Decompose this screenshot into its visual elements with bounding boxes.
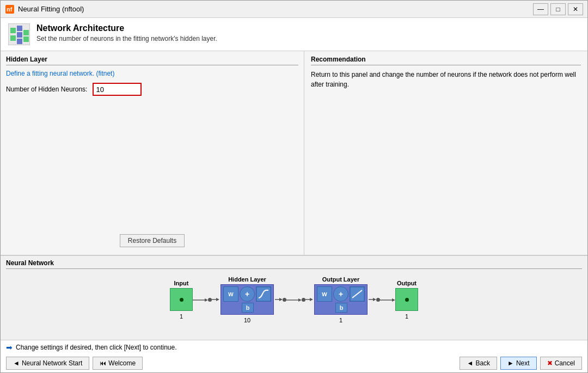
hidden-layer-title: Hidden Layer: [6, 56, 298, 65]
svg-rect-14: [256, 287, 271, 301]
cancel-button[interactable]: ✖ Cancel: [540, 357, 582, 370]
hint-text: Change settings if desired, then click […: [16, 344, 177, 351]
title-bar: nf Neural Fitting (nftool) — □ ✕: [1, 1, 587, 18]
svg-rect-4: [10, 35, 16, 41]
hidden-sum-block: +: [240, 286, 255, 302]
svg-rect-6: [17, 32, 22, 38]
fitnet-label: (fitnet): [96, 70, 114, 77]
arrow-2: [212, 296, 219, 303]
minimize-button[interactable]: —: [533, 3, 548, 15]
hidden-layer-label: Hidden Layer: [228, 276, 266, 283]
output-layer-group: Output Layer w +: [305, 276, 376, 323]
arrow-7: [380, 297, 395, 303]
hidden-b-block: b: [242, 303, 254, 313]
input-block: [170, 288, 193, 311]
nav-row: ◄ Neural Network Start ⏮ Welcome ◄ Back …: [6, 357, 582, 370]
hidden-layer-group: Hidden Layer w: [212, 276, 283, 323]
maximize-button[interactable]: □: [550, 3, 566, 15]
output-block: [395, 288, 418, 311]
welcome-button[interactable]: ⏮ Welcome: [93, 357, 143, 370]
svg-rect-8: [23, 30, 29, 35]
header: Network Architecture Set the number of n…: [1, 18, 587, 51]
hint-arrow-icon: ➡: [6, 343, 13, 352]
nav-left: ◄ Neural Network Start ⏮ Welcome: [6, 357, 143, 370]
recommendation-text: Return to this panel and change the numb…: [311, 70, 581, 89]
network-architecture-icon: [8, 23, 30, 45]
output-group: Output 1: [395, 280, 418, 320]
nn-start-icon: ◄: [13, 359, 20, 367]
arrow-1: [193, 297, 208, 303]
neuron-label: Number of Hidden Neurons:: [6, 85, 87, 93]
define-text: Define a fitting neural network. (fitnet…: [6, 70, 298, 77]
output-b-block: b: [335, 303, 347, 313]
svg-rect-5: [17, 26, 22, 31]
arrow-6: [369, 296, 376, 303]
svg-rect-3: [10, 28, 16, 33]
svg-marker-20: [310, 298, 313, 301]
output-layer-number: 1: [339, 317, 342, 323]
hidden-transfer-block: [256, 286, 271, 302]
arrow-3: [275, 296, 283, 303]
output-layer-box: w + b: [314, 284, 367, 315]
nn-section-title: Neural Network: [6, 259, 582, 269]
arrow-4: [286, 297, 302, 303]
main-window: nf Neural Fitting (nftool) — □ ✕ Network…: [0, 0, 588, 373]
welcome-icon: ⏮: [100, 359, 106, 367]
svg-rect-7: [17, 39, 22, 44]
cancel-icon: ✖: [547, 359, 553, 367]
page-title: Network Architecture: [36, 23, 217, 33]
back-icon: ◄: [467, 359, 473, 367]
connector-dot-4: [376, 298, 380, 302]
output-transfer-block: [350, 286, 365, 302]
connector-dot-3: [302, 298, 305, 302]
back-button[interactable]: ◄ Back: [460, 357, 497, 370]
arrow-5: [305, 296, 313, 303]
connector-dot-1: [208, 298, 212, 302]
hidden-layer-box: w +: [220, 284, 274, 315]
page-subtitle: Set the number of neurons in the fitting…: [36, 35, 217, 42]
linear-icon: [350, 287, 364, 301]
input-dot: [180, 298, 183, 302]
input-group: Input 1: [170, 280, 193, 320]
app-icon: nf: [5, 4, 15, 14]
neuron-row: Number of Hidden Neurons:: [6, 83, 298, 96]
output-w-block: w: [317, 286, 332, 302]
input-label: Input: [174, 280, 189, 286]
output-layer-label: Output Layer: [322, 276, 359, 283]
output-dot: [405, 298, 409, 302]
svg-rect-9: [23, 36, 29, 42]
window-controls: — □ ✕: [533, 3, 583, 15]
close-button[interactable]: ✕: [568, 3, 583, 15]
output-label: Output: [397, 280, 416, 286]
neural-network-section: Neural Network Input 1 Hidden Lay: [1, 255, 587, 340]
neuron-count-input[interactable]: [93, 83, 142, 96]
main-content: Hidden Layer Define a fitting neural net…: [1, 51, 587, 255]
right-panel: Recommendation Return to this panel and …: [304, 51, 587, 255]
neural-network-start-button[interactable]: ◄ Neural Network Start: [6, 357, 89, 370]
input-number: 1: [180, 313, 183, 320]
hint-row: ➡ Change settings if desired, then click…: [6, 343, 582, 352]
next-button[interactable]: ► Next: [500, 357, 537, 370]
bottom-bar: ➡ Change settings if desired, then click…: [1, 340, 587, 372]
sigmoid-icon: [256, 287, 271, 301]
hidden-layer-number: 10: [244, 317, 250, 323]
recommendation-title: Recommendation: [311, 56, 581, 65]
connector-dot-2: [283, 298, 286, 302]
svg-marker-13: [216, 298, 219, 301]
output-sum-block: +: [333, 286, 348, 302]
svg-text:nf: nf: [7, 6, 13, 13]
next-icon: ►: [507, 359, 514, 367]
nn-diagram: Input 1 Hidden Layer: [6, 273, 582, 326]
left-panel: Hidden Layer Define a fitting neural net…: [1, 51, 304, 255]
hidden-w-block: w: [223, 286, 238, 302]
nav-right: ◄ Back ► Next ✖ Cancel: [460, 357, 582, 370]
restore-defaults-button[interactable]: Restore Defaults: [120, 234, 185, 247]
window-title: Neural Fitting (nftool): [18, 5, 84, 13]
output-number: 1: [405, 313, 408, 320]
